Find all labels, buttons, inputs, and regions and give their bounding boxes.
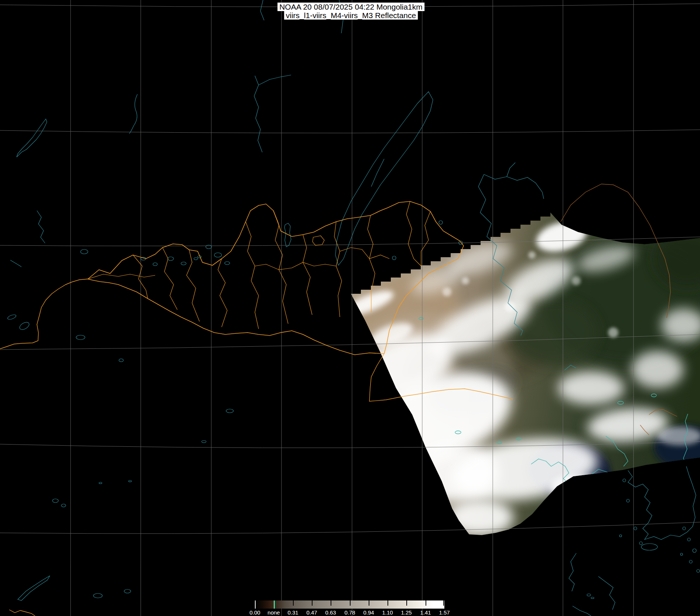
colorbar-tick: [350, 600, 351, 606]
title-line-2: viirs_l1-viirs_M4-viirs_M3 Reflectance: [284, 11, 418, 20]
colorbar: 0.00none0.310.470.630.780.941.101.251.41…: [255, 600, 444, 609]
title-line-1: NOAA 20 08/07/2025 04:22 Mongolia1km: [277, 3, 424, 11]
colorbar-tick: [274, 600, 275, 609]
title-block: NOAA 20 08/07/2025 04:22 Mongolia1km vii…: [277, 3, 424, 20]
colorbar-tick: [369, 600, 369, 606]
colorbar-tick-label: 0.94: [363, 609, 374, 616]
colorbar-tick: [406, 600, 407, 606]
satellite-viewer: NOAA 20 08/07/2025 04:22 Mongolia1km vii…: [0, 0, 700, 616]
colorbar-tick: [331, 600, 331, 606]
colorbar-tick-label: none: [267, 609, 280, 616]
colorbar-tick: [443, 600, 444, 606]
bottom-left-border: [9, 610, 35, 616]
map-canvas: [0, 0, 700, 616]
satellite-swath: [326, 192, 700, 554]
colorbar-tick: [387, 600, 388, 606]
colorbar-tick: [426, 600, 426, 606]
colorbar-tick-label: 1.41: [420, 609, 431, 616]
colorbar-tick-label: 1.25: [401, 609, 412, 616]
colorbar-tick-label: 0.63: [325, 609, 336, 616]
colorbar-bar: [255, 600, 444, 609]
colorbar-tick: [255, 600, 256, 609]
west-border: [0, 279, 88, 349]
colorbar-tick-label: 0.47: [306, 609, 317, 616]
colorbar-tick-label: 0.00: [249, 609, 260, 616]
colorbar-tick: [293, 600, 294, 606]
colorbar-tick-label: 0.31: [287, 609, 298, 616]
colorbar-tick-label: 0.78: [344, 609, 355, 616]
colorbar-tick-label: 1.57: [439, 609, 450, 616]
colorbar-tick-label: 1.10: [382, 609, 393, 616]
colorbar-tick: [312, 600, 313, 606]
colorbar-labels: 0.00none0.310.470.630.780.941.101.251.41…: [255, 609, 444, 616]
